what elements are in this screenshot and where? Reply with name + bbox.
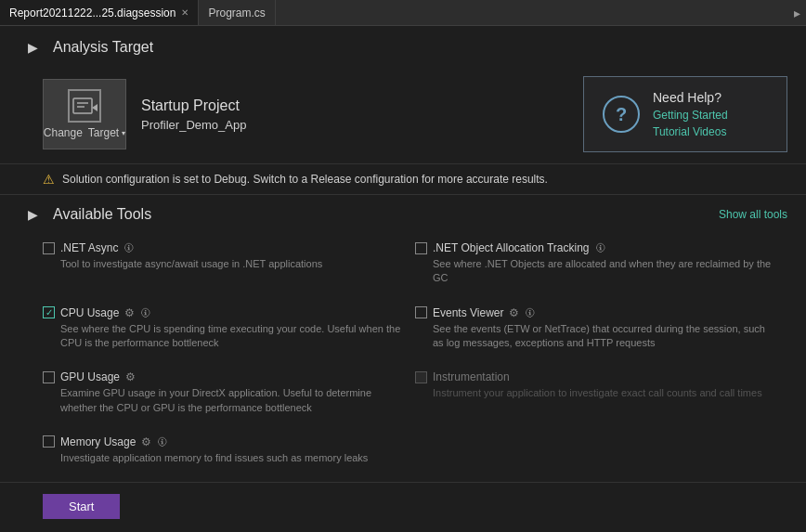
dotnet-async-info-icon[interactable]: 🛈 (124, 242, 134, 253)
help-question-icon: ? (603, 96, 640, 133)
need-help-title: Need Help? (653, 90, 728, 105)
cpu-usage-info-icon[interactable]: 🛈 (140, 307, 150, 318)
analysis-target-header: ▶ Analysis Target (0, 26, 806, 69)
tab-program[interactable]: Program.cs (199, 0, 275, 25)
analysis-target-body: Change Target ▾ Startup Project Profiler… (0, 69, 806, 163)
tools-collapse-arrow-icon[interactable]: ▶ (28, 207, 38, 222)
dotnet-object-name: .NET Object Allocation Tracking (433, 241, 590, 254)
tab-bar: Report20211222...25.diagsession ✕ Progra… (0, 0, 806, 26)
memory-usage-gear-icon[interactable]: ⚙ (141, 435, 151, 448)
instrumentation-checkbox[interactable] (415, 371, 427, 383)
gpu-usage-checkbox[interactable] (43, 371, 55, 383)
tool-dotnet-object: .NET Object Allocation Tracking 🛈 See wh… (415, 234, 787, 299)
change-target-button[interactable]: Change Target ▾ (43, 79, 126, 149)
dotnet-object-info-icon[interactable]: 🛈 (595, 242, 605, 253)
tab-diag-label: Report20211222...25.diagsession (9, 6, 176, 19)
dotnet-async-name: .NET Async (60, 241, 118, 254)
analysis-target-title: Analysis Target (53, 39, 153, 56)
tool-events-viewer: Events Viewer ⚙ 🛈 See the events (ETW or… (415, 299, 787, 364)
memory-usage-checkbox[interactable] (43, 435, 55, 448)
show-all-tools-link[interactable]: Show all tools (719, 208, 787, 221)
getting-started-link[interactable]: Getting Started (653, 109, 728, 122)
dropdown-arrow-icon: ▾ (122, 129, 125, 137)
memory-usage-info-icon[interactable]: 🛈 (157, 436, 167, 448)
target-icon (68, 89, 101, 123)
startup-project-label: Startup Project (141, 97, 246, 114)
tutorial-videos-link[interactable]: Tutorial Videos (653, 125, 728, 138)
tab-diag[interactable]: Report20211222...25.diagsession ✕ (0, 0, 199, 25)
tool-memory-usage: Memory Usage ⚙ 🛈 Investigate application… (43, 428, 415, 478)
tool-instrumentation: Instrumentation Instrument your applicat… (415, 363, 787, 428)
memory-usage-name: Memory Usage (60, 435, 136, 448)
dotnet-async-checkbox[interactable] (43, 242, 55, 254)
start-button[interactable]: Start (43, 494, 120, 519)
warning-bar: ⚠ Solution configuration is set to Debug… (0, 163, 806, 194)
tool-empty (415, 428, 787, 478)
startup-info: Startup Project Profiler_Demo_App (141, 97, 246, 132)
warning-text: Solution configuration is set to Debug. … (62, 173, 548, 186)
instrumentation-name: Instrumentation (433, 370, 510, 383)
gpu-usage-gear-icon[interactable]: ⚙ (125, 370, 136, 383)
main-content: ▶ Analysis Target Change Target (0, 26, 806, 532)
startup-project-value: Profiler_Demo_App (141, 118, 246, 132)
gpu-usage-desc: Examine GPU usage in your DirectX applic… (43, 386, 404, 415)
help-text-area: Need Help? Getting Started Tutorial Vide… (653, 90, 728, 138)
dotnet-async-desc: Tool to investigate async/await usage in… (43, 257, 404, 271)
cpu-usage-desc: See where the CPU is spending time execu… (43, 322, 404, 351)
cpu-usage-gear-icon[interactable]: ⚙ (124, 306, 135, 319)
tool-cpu-usage: CPU Usage ⚙ 🛈 See where the CPU is spend… (43, 299, 415, 364)
instrumentation-desc: Instrument your application to investiga… (415, 386, 776, 400)
available-tools-title: Available Tools (53, 206, 151, 223)
svg-marker-3 (92, 104, 98, 111)
tool-dotnet-async: .NET Async 🛈 Tool to investigate async/a… (43, 234, 415, 299)
tab-scroll-right[interactable]: ▸ (788, 6, 806, 20)
events-viewer-name: Events Viewer (433, 306, 503, 319)
tools-grid: .NET Async 🛈 Tool to investigate async/a… (0, 230, 806, 482)
gpu-usage-name: GPU Usage (60, 370, 120, 383)
need-help-box: ? Need Help? Getting Started Tutorial Vi… (583, 76, 787, 152)
tab-program-label: Program.cs (208, 6, 265, 19)
warning-icon: ⚠ (43, 172, 55, 187)
change-target-label: Change Target ▾ (44, 126, 125, 139)
svg-rect-0 (73, 98, 92, 113)
events-viewer-gear-icon[interactable]: ⚙ (509, 306, 519, 319)
events-viewer-desc: See the events (ETW or NetTrace) that oc… (415, 322, 776, 351)
collapse-arrow-icon[interactable]: ▶ (28, 40, 38, 55)
cpu-usage-name: CPU Usage (60, 306, 119, 319)
tool-gpu-usage: GPU Usage ⚙ Examine GPU usage in your Di… (43, 363, 415, 428)
dotnet-object-desc: See where .NET Objects are allocated and… (415, 257, 776, 286)
cpu-usage-checkbox[interactable] (43, 306, 55, 318)
bottom-bar: Start (0, 482, 806, 532)
tab-diag-close[interactable]: ✕ (181, 8, 188, 18)
change-target-area: Change Target ▾ Startup Project Profiler… (43, 79, 246, 149)
events-viewer-info-icon[interactable]: 🛈 (525, 307, 535, 318)
memory-usage-desc: Investigate application memory to find i… (43, 451, 404, 465)
dotnet-object-checkbox[interactable] (415, 242, 427, 254)
events-viewer-checkbox[interactable] (415, 306, 427, 318)
available-tools-header: ▶ Available Tools Show all tools (0, 194, 806, 230)
